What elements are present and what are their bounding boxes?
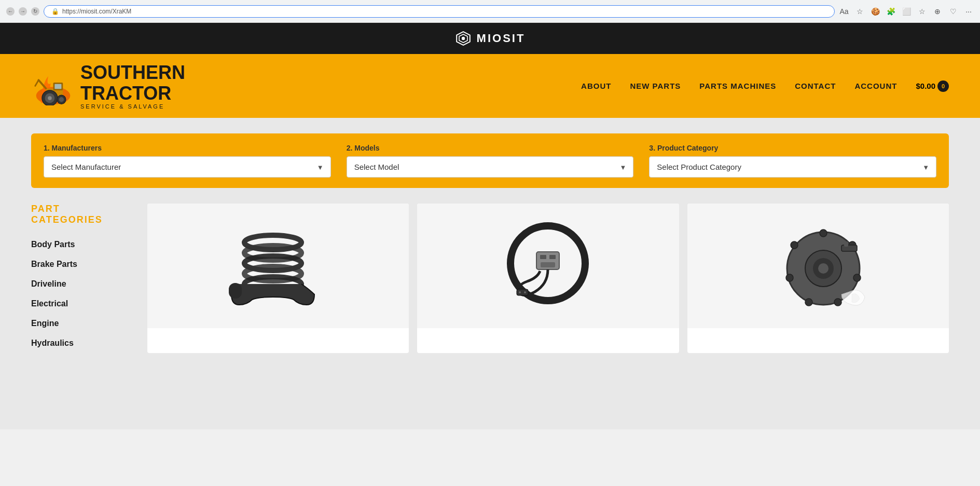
refresh-button[interactable]: ↻ [31,7,39,16]
svg-line-13 [35,80,39,86]
category-driveline[interactable]: Driveline [31,274,135,294]
site-nav: ABOUT NEW PARTS PARTS MACHINES CONTACT A… [581,80,949,92]
sensor-image [491,217,605,315]
spring-image [221,217,335,315]
category-label: 3. Product Category [649,144,936,152]
lock-icon: 🔒 [51,8,59,15]
miosit-logo-icon [455,30,472,47]
categories-sidebar: PART CATEGORIES Body Parts Brake Parts D… [31,204,135,353]
model-select[interactable]: Select Model [347,156,634,178]
url-text: https://miosit.com/XraKM [62,8,131,15]
site-header: SOUTHERN TRACTOR SERVICE & SALVAGE ABOUT… [0,54,980,118]
nav-contact[interactable]: CONTACT [795,82,836,90]
motor-image [761,217,875,315]
svg-point-34 [786,274,793,281]
product-image-3 [687,204,949,328]
svg-point-27 [524,291,526,293]
main-content: 1. Manufacturers Select Manufacturer 2. … [0,118,980,429]
category-filter-group: 3. Product Category Select Product Categ… [649,144,936,178]
product-card-2[interactable] [417,204,679,353]
logo-name: SOUTHERN TRACTOR [80,62,185,103]
svg-point-33 [805,299,812,306]
browser-chrome: ← → ↻ 🔒 https://miosit.com/XraKM Aa ☆ 🍪 … [0,0,980,23]
back-button[interactable]: ← [6,7,15,16]
category-body-parts[interactable]: Body Parts [31,235,135,254]
svg-point-2 [461,37,464,40]
nav-about[interactable]: ABOUT [581,82,611,90]
svg-rect-39 [841,245,857,251]
cart-price: $0.00 [916,82,935,90]
manufacturer-label: 1. Manufacturers [44,144,331,152]
svg-rect-6 [54,84,61,89]
svg-point-11 [59,97,64,102]
svg-point-29 [820,230,827,237]
cart-area[interactable]: $0.00 0 [916,80,949,92]
model-label: 2. Models [347,144,634,152]
svg-point-26 [519,291,521,293]
cart-badge: 0 [937,80,949,92]
svg-point-32 [834,299,841,306]
filter-bar: 1. Manufacturers Select Manufacturer 2. … [31,133,949,188]
browser-toolbar: Aa ☆ 🍪 🧩 ⬜ ☆ ⊕ ♡ ··· [839,6,974,17]
category-hydraulics[interactable]: Hydraulics [31,333,135,353]
categories-title: PART CATEGORIES [31,204,135,225]
product-card-1[interactable] [147,204,409,353]
forward-button[interactable]: → [19,7,27,16]
svg-rect-40 [844,241,848,247]
logo-subtitle: SERVICE & SALVAGE [80,103,185,110]
more-icon[interactable]: ··· [963,6,974,17]
logo-text-block: SOUTHERN TRACTOR SERVICE & SALVAGE [80,62,185,110]
product-image-2 [417,204,679,328]
nav-new-parts[interactable]: NEW PARTS [630,82,681,90]
product-card-3[interactable] [687,204,949,353]
content-area: PART CATEGORIES Body Parts Brake Parts D… [31,204,949,353]
nav-account[interactable]: ACCOUNT [854,82,897,90]
category-brake-parts[interactable]: Brake Parts [31,254,135,274]
emoji-icon: 🍪 [870,6,880,17]
svg-rect-24 [541,262,555,267]
svg-point-31 [853,274,861,281]
category-engine[interactable]: Engine [31,314,135,333]
category-electrical[interactable]: Electrical [31,294,135,314]
manufacturer-select[interactable]: Select Manufacturer [44,156,331,178]
svg-point-38 [818,263,829,274]
add-icon[interactable]: ⊕ [932,6,943,17]
heart-icon[interactable]: ♡ [948,6,958,17]
products-grid [147,204,949,353]
favorites-icon[interactable]: ☆ [854,6,865,17]
tractor-logo-image [31,66,75,105]
svg-rect-23 [549,255,556,259]
miosit-title: MIOSIT [477,32,526,45]
model-filter-group: 2. Models Select Model [347,144,634,178]
nav-parts-machines[interactable]: PARTS MACHINES [699,82,776,90]
manufacturer-select-wrapper[interactable]: Select Manufacturer [44,156,331,178]
split-icon[interactable]: ⬜ [901,6,912,17]
svg-point-9 [48,96,52,100]
address-bar[interactable]: 🔒 https://miosit.com/XraKM [44,5,835,18]
category-select-wrapper[interactable]: Select Product Category [649,156,936,178]
extensions-icon[interactable]: 🧩 [886,6,896,17]
reader-mode-icon[interactable]: Aa [839,6,849,17]
category-select[interactable]: Select Product Category [649,156,936,178]
svg-point-35 [791,241,798,249]
profile-icon[interactable]: ☆ [917,6,927,17]
miosit-bar: MIOSIT [0,23,980,54]
site-logo: SOUTHERN TRACTOR SERVICE & SALVAGE [31,62,185,110]
svg-rect-22 [540,255,546,259]
svg-rect-19 [229,283,242,299]
model-select-wrapper[interactable]: Select Model [347,156,634,178]
svg-rect-25 [517,289,528,295]
manufacturer-filter-group: 1. Manufacturers Select Manufacturer [44,144,331,178]
product-image-1 [147,204,409,328]
